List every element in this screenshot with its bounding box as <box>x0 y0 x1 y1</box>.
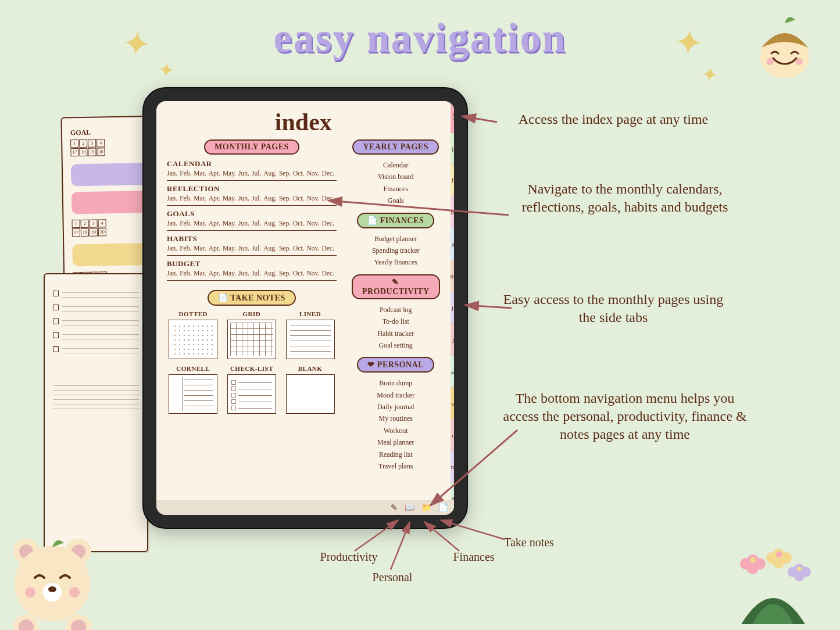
month-link[interactable]: Aug. <box>263 170 277 177</box>
note-template-cornell[interactable] <box>169 374 217 414</box>
tab-jan[interactable]: jan <box>451 133 454 165</box>
month-link[interactable]: Dec. <box>321 270 334 277</box>
month-link[interactable]: May. <box>223 170 236 177</box>
tab-home[interactable]: 🏠 <box>451 101 454 133</box>
yearly-item[interactable]: Calendar <box>352 159 440 171</box>
pill-monthly[interactable]: MONTHLY PAGES <box>204 139 299 155</box>
personal-item[interactable]: Mood tracker <box>352 389 440 401</box>
finance-item[interactable]: Yearly finances <box>352 256 440 268</box>
tab-mar[interactable]: mar <box>451 196 454 228</box>
note-template-blank[interactable] <box>286 374 335 414</box>
month-link[interactable]: Mar. <box>194 270 206 277</box>
month-link[interactable]: Jan. <box>167 245 177 252</box>
month-link[interactable]: Nov. <box>307 245 320 252</box>
personal-item[interactable]: Reading list <box>352 449 440 460</box>
month-link[interactable]: Apr. <box>209 195 220 202</box>
nav-productivity-icon[interactable]: ✎ <box>391 503 398 513</box>
month-link[interactable]: Apr. <box>209 270 220 277</box>
note-template-grid[interactable] <box>227 320 276 359</box>
month-link[interactable]: Sep. <box>279 170 291 177</box>
month-link[interactable]: Oct. <box>293 220 304 227</box>
month-link[interactable]: Nov. <box>307 220 320 227</box>
month-link[interactable]: Aug. <box>263 220 277 227</box>
note-template-dotted[interactable] <box>169 320 217 359</box>
month-link[interactable]: Oct. <box>293 170 304 177</box>
tab-feb[interactable]: feb <box>451 165 454 197</box>
productivity-item[interactable]: Podcast log <box>352 304 440 316</box>
month-link[interactable]: Jan. <box>167 270 177 277</box>
month-link[interactable]: Feb. <box>180 245 191 252</box>
nav-personal-icon[interactable]: 📖 <box>405 503 414 513</box>
finance-item[interactable]: Budget planner <box>352 233 440 245</box>
tab-nov[interactable]: nov <box>451 451 454 483</box>
month-link[interactable]: Jun. <box>238 245 249 252</box>
pill-take-notes[interactable]: 📄 TAKE NOTES <box>208 290 296 306</box>
month-link[interactable]: May. <box>223 220 236 227</box>
month-link[interactable]: Feb. <box>180 195 191 202</box>
nav-notes-icon[interactable]: 📄 <box>438 503 448 513</box>
month-link[interactable]: Oct. <box>293 270 304 277</box>
month-link[interactable]: Jan. <box>167 170 177 177</box>
yearly-item[interactable]: Goals <box>352 195 440 206</box>
month-link[interactable]: Nov. <box>307 195 320 202</box>
personal-item[interactable]: Workout <box>352 425 440 436</box>
month-link[interactable]: Sep. <box>279 245 291 252</box>
month-link[interactable]: May. <box>223 270 236 277</box>
month-link[interactable]: Feb. <box>180 170 191 177</box>
month-link[interactable]: Apr. <box>209 170 220 177</box>
month-link[interactable]: Jul. <box>252 270 261 277</box>
personal-item[interactable]: My routines <box>352 413 440 424</box>
month-link[interactable]: Dec. <box>321 170 334 177</box>
month-link[interactable]: Jul. <box>252 195 261 202</box>
productivity-item[interactable]: Goal setting <box>352 339 440 351</box>
tab-oct[interactable]: oct <box>451 420 454 452</box>
month-link[interactable]: Aug. <box>263 245 277 252</box>
month-link[interactable]: May. <box>223 195 236 202</box>
month-link[interactable]: Dec. <box>321 220 334 227</box>
month-link[interactable]: Jan. <box>167 220 177 227</box>
personal-item[interactable]: Meal planner <box>352 436 440 448</box>
month-link[interactable]: Dec. <box>321 245 334 252</box>
productivity-item[interactable]: Habit tracker <box>352 328 440 339</box>
yearly-item[interactable]: Vision board <box>352 171 440 182</box>
personal-item[interactable]: Travel plans <box>352 460 440 472</box>
month-link[interactable]: Mar. <box>194 220 206 227</box>
personal-item[interactable]: Daily journal <box>352 401 440 413</box>
pill-productivity[interactable]: ✎ PRODUCTIVITY <box>352 274 440 299</box>
pill-personal[interactable]: ❤ PERSONAL <box>357 357 434 373</box>
month-link[interactable]: Sep. <box>279 270 291 277</box>
month-link[interactable]: Mar. <box>194 195 206 202</box>
month-link[interactable]: Jun. <box>238 220 249 227</box>
month-link[interactable]: Jan. <box>167 195 177 202</box>
month-link[interactable]: Oct. <box>293 195 304 202</box>
month-link[interactable]: Mar. <box>194 245 206 252</box>
note-template-check[interactable] <box>227 374 276 414</box>
tab-aug[interactable]: aug <box>451 356 454 388</box>
month-link[interactable]: Jun. <box>238 170 249 177</box>
month-link[interactable]: Aug. <box>263 195 277 202</box>
month-link[interactable]: Sep. <box>279 220 291 227</box>
month-link[interactable]: Jul. <box>252 220 261 227</box>
tab-jun[interactable]: jun <box>451 292 454 324</box>
tab-jul[interactable]: jul <box>451 324 454 356</box>
tab-apr[interactable]: apr <box>451 228 454 260</box>
month-link[interactable]: Mar. <box>194 170 206 177</box>
month-link[interactable]: Apr. <box>209 220 220 227</box>
month-link[interactable]: Jun. <box>238 270 249 277</box>
tab-may[interactable]: may <box>451 260 454 292</box>
month-link[interactable]: Feb. <box>180 220 191 227</box>
month-link[interactable]: Jul. <box>252 245 261 252</box>
note-template-lined[interactable] <box>286 320 335 359</box>
month-link[interactable]: Oct. <box>293 245 304 252</box>
finance-item[interactable]: Spending tracker <box>352 245 440 256</box>
pill-finances[interactable]: 📄 FINANCES <box>357 213 434 228</box>
month-link[interactable]: Dec. <box>321 195 334 202</box>
month-link[interactable]: Jun. <box>238 195 249 202</box>
month-link[interactable]: Sep. <box>279 195 291 202</box>
tab-sep[interactable]: sep <box>451 388 454 420</box>
productivity-item[interactable]: To-do list <box>352 316 440 327</box>
month-link[interactable]: Feb. <box>180 270 191 277</box>
nav-finances-icon[interactable]: 📁 <box>421 503 431 513</box>
month-link[interactable]: May. <box>223 245 236 252</box>
pill-yearly[interactable]: YEARLY PAGES <box>352 139 438 155</box>
